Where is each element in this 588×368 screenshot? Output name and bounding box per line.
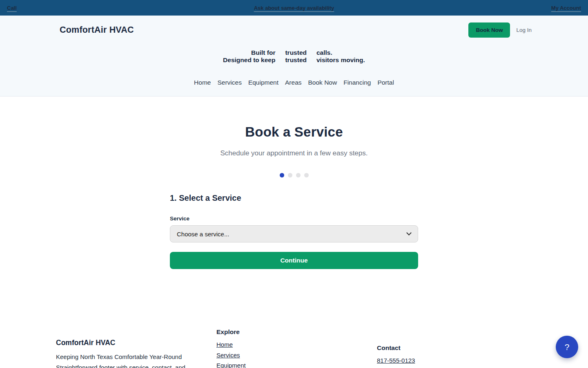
nav-item-financing[interactable]: Financing — [343, 79, 371, 86]
progress-dot-3 — [296, 173, 301, 177]
promo-banner: Ask about same-day availability — [0, 4, 588, 11]
hero-text: trusted — [285, 49, 307, 56]
footer-link-home[interactable]: Home — [216, 339, 246, 350]
promo-link[interactable]: Ask about same-day availability — [254, 5, 334, 11]
footer-link-services[interactable]: Services — [216, 350, 246, 361]
header-actions: Book Now Log In — [468, 22, 532, 38]
help-button[interactable]: ? — [556, 336, 578, 358]
footer-explore-column: Explore Home Services Equipment — [216, 328, 246, 368]
booking-step-form: 1. Select a Service Service Choose a ser… — [170, 193, 418, 269]
top-utility-bar: Call Ask about same-day availability My … — [0, 0, 588, 16]
hero-text: trusted — [285, 56, 307, 64]
service-select-wrap: Choose a service... — [170, 225, 418, 242]
hero-headline: Built for trusted calls. Designed to kee… — [0, 49, 588, 64]
footer-description: Straightforward footer with service, con… — [56, 362, 219, 368]
page-title: Book a Service — [0, 96, 588, 140]
progress-dot-1-active — [280, 173, 284, 177]
hero-text: Built for — [223, 49, 275, 56]
nav-item-book-now[interactable]: Book Now — [308, 79, 338, 86]
step-heading: 1. Select a Service — [170, 193, 418, 203]
hero-text: Designed to keep — [223, 56, 275, 64]
footer-brand-column: ComfortAir HVAC Keeping North Texas Comf… — [56, 339, 219, 368]
nav-item-equipment[interactable]: Equipment — [248, 79, 279, 86]
footer-link-equipment[interactable]: Equipment — [216, 360, 246, 368]
continue-button[interactable]: Continue — [170, 252, 418, 269]
brand-logo: ComfortAir HVAC — [60, 25, 134, 35]
service-field-label: Service — [170, 215, 418, 222]
footer-explore-heading: Explore — [216, 328, 246, 336]
my-account-link[interactable]: My Account — [551, 5, 581, 11]
header-row: ComfortAir HVAC Book Now Log In — [0, 16, 588, 39]
booking-main: Book a Service Schedule your appointment… — [0, 96, 588, 269]
hero-text: visitors moving. — [316, 56, 365, 64]
service-select[interactable]: Choose a service... — [170, 225, 418, 242]
footer-tagline: Keeping North Texas Comfortable Year-Rou… — [56, 352, 219, 362]
nav-item-areas[interactable]: Areas — [285, 79, 302, 86]
site-header: ComfortAir HVAC Book Now Log In Built fo… — [0, 16, 588, 96]
book-now-button[interactable]: Book Now — [468, 22, 510, 38]
footer-brand: ComfortAir HVAC — [56, 339, 219, 347]
nav-item-portal[interactable]: Portal — [377, 79, 394, 86]
footer-email-link[interactable]: info@comfortairhvac.com — [377, 366, 446, 368]
call-link[interactable]: Call — [7, 5, 17, 11]
page-subtitle: Schedule your appointment in a few easy … — [0, 149, 588, 157]
question-mark-icon: ? — [565, 342, 570, 352]
hero-text: calls. — [316, 49, 365, 56]
footer-contact-heading: Contact — [377, 344, 446, 352]
nav-item-home[interactable]: Home — [194, 79, 211, 86]
hero-headline-grid: Built for trusted calls. Designed to kee… — [223, 49, 365, 64]
log-in-link[interactable]: Log In — [516, 27, 532, 33]
progress-dot-4 — [304, 173, 309, 177]
footer-contact-column: Contact 817-555-0123 info@comfortairhvac… — [377, 344, 446, 368]
nav-item-services[interactable]: Services — [217, 79, 242, 86]
progress-dots — [0, 173, 588, 177]
main-nav: Home Services Equipment Areas Book Now F… — [0, 79, 588, 86]
site-footer: ComfortAir HVAC Keeping North Texas Comf… — [0, 327, 588, 368]
progress-dot-2 — [288, 173, 292, 177]
footer-phone-link[interactable]: 817-555-0123 — [377, 355, 446, 366]
